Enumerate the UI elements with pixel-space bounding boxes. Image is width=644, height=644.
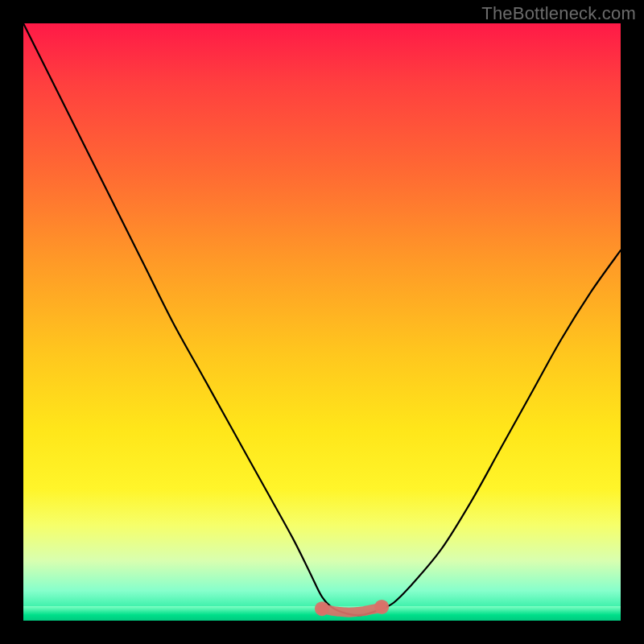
svg-point-0 xyxy=(315,601,329,616)
watermark-text: TheBottleneck.com xyxy=(481,3,636,24)
plot-area xyxy=(23,23,621,621)
svg-point-1 xyxy=(374,600,389,614)
bottleneck-curve xyxy=(23,23,621,616)
curve-layer xyxy=(23,23,621,621)
chart-frame: TheBottleneck.com xyxy=(0,0,644,644)
